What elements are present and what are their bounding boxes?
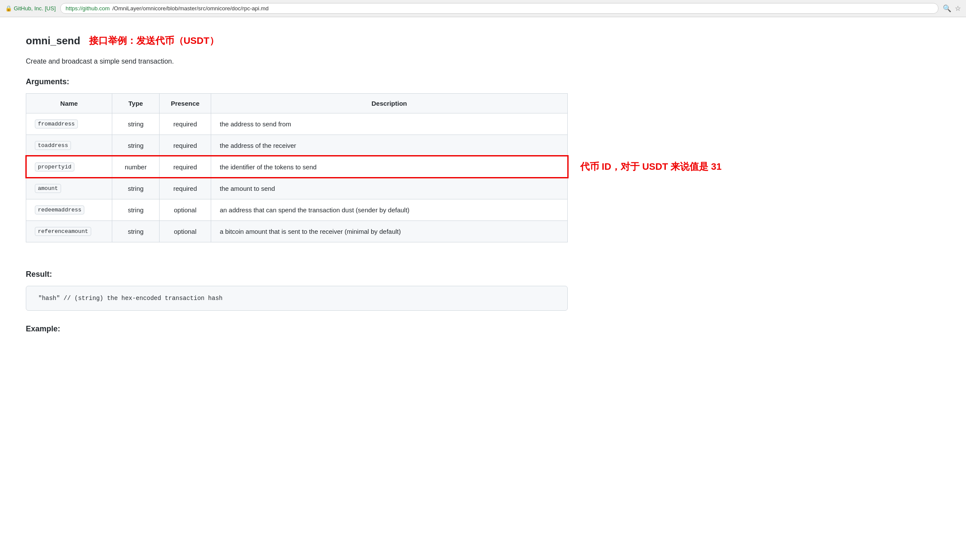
result-section-title: Result: [26,270,576,279]
cell-presence: required [160,156,211,177]
cell-type: string [112,113,160,135]
table-header-row: Name Type Presence Description [26,93,568,113]
url-origin: https://github.com [66,5,110,12]
heading-chinese-annotation: 接口举例：发送代币（USDT） [89,34,219,47]
table-row: toaddressstringrequiredthe address of th… [26,135,568,156]
cell-type: string [112,220,160,242]
table-row: amountstringrequiredthe amount to send [26,177,568,199]
page-heading: omni_send 接口举例：发送代币（USDT） [26,34,576,47]
col-header-presence: Presence [160,93,211,113]
col-header-description: Description [211,93,568,113]
cell-name: propertyid [26,156,112,177]
cell-description: the identifier of the tokens to send [211,156,568,177]
address-bar[interactable]: https://github.com /OmniLayer/omnicore/b… [60,3,938,14]
cell-presence: optional [160,220,211,242]
cell-presence: optional [160,199,211,220]
table-row: fromaddressstringrequiredthe address to … [26,113,568,135]
col-header-type: Type [112,93,160,113]
table-row: redeemaddressstringoptionalan address th… [26,199,568,220]
cell-type: number [112,156,160,177]
cell-presence: required [160,177,211,199]
propertyid-row-annotation: 代币 ID，对于 USDT 来说值是 31 [580,156,722,177]
cell-description: the address of the receiver [211,135,568,156]
api-name: omni_send [26,35,80,47]
cell-type: string [112,177,160,199]
cell-description: an address that can spend the transactio… [211,199,568,220]
cell-type: string [112,199,160,220]
cell-description: a bitcoin amount that is sent to the rec… [211,220,568,242]
browser-chrome: 🔒 GitHub, Inc. [US] https://github.com /… [0,0,966,17]
result-code-block: "hash" // (string) the hex-encoded trans… [26,286,568,311]
example-section-title: Example: [26,324,576,334]
api-description: Create and broadcast a simple send trans… [26,56,576,67]
param-name-code: amount [35,184,61,193]
arguments-section-title: Arguments: [26,77,576,86]
param-name-code: propertyid [35,162,74,171]
browser-action-icons: 🔍 ☆ [943,4,961,12]
col-header-name: Name [26,93,112,113]
browser-security-indicator: 🔒 GitHub, Inc. [US] [5,5,56,12]
lock-icon: 🔒 [5,5,12,12]
param-name-code: redeemaddress [35,205,84,214]
cell-description: the address to send from [211,113,568,135]
result-code-text: "hash" // (string) the hex-encoded trans… [38,295,222,302]
cell-name: fromaddress [26,113,112,135]
bookmark-icon[interactable]: ☆ [955,4,961,12]
url-path: /OmniLayer/omnicore/blob/master/src/omni… [112,5,268,12]
cell-name: redeemaddress [26,199,112,220]
param-name-code: toaddress [35,141,71,150]
cell-presence: required [160,113,211,135]
table-row: propertyidnumberrequiredthe identifier o… [26,156,568,177]
page-content: omni_send 接口举例：发送代币（USDT） Create and bro… [0,17,602,358]
cell-type: string [112,135,160,156]
cell-presence: required [160,135,211,156]
cell-description: the amount to send [211,177,568,199]
arguments-table: Name Type Presence Description fromaddre… [26,93,568,242]
cell-name: amount [26,177,112,199]
table-row: referenceamountstringoptionala bitcoin a… [26,220,568,242]
search-icon[interactable]: 🔍 [943,4,951,12]
cell-name: referenceamount [26,220,112,242]
cell-name: toaddress [26,135,112,156]
param-name-code: fromaddress [35,119,78,129]
param-name-code: referenceamount [35,227,91,236]
